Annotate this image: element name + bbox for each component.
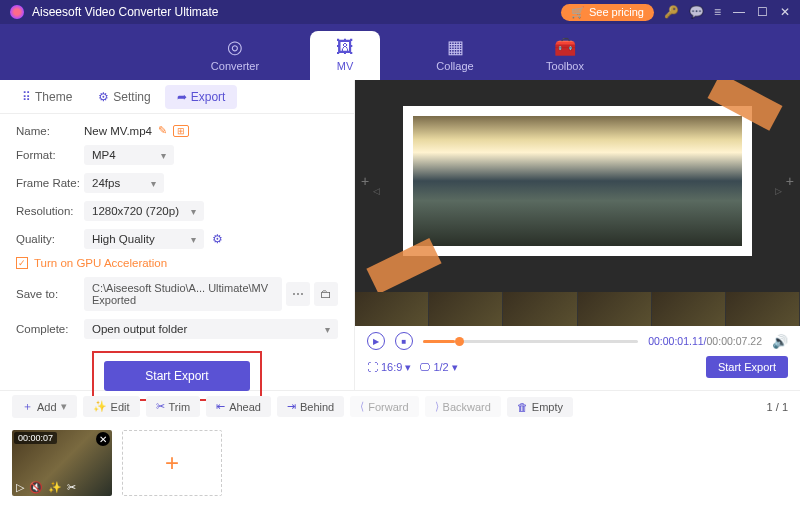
converter-icon: ◎ (200, 36, 270, 58)
name-value: New MV.mp4 (84, 125, 152, 137)
tab-toolbox[interactable]: 🧰Toolbox (530, 30, 600, 80)
wand-icon: ✨ (93, 400, 107, 413)
clip-area: 00:00:07 ✕ ▷ 🔇 ✨ ✂ + (0, 422, 800, 507)
close-button[interactable]: ✕ (780, 5, 790, 19)
timeline-thumb[interactable] (726, 292, 800, 326)
export-panel: ⠿Theme ⚙Setting ➦Export Name: New MV.mp4… (0, 80, 355, 390)
forward-button: ⟨Forward (350, 396, 418, 417)
screen-page-button[interactable]: 🖵1/2▾ (419, 361, 457, 374)
subtab-export[interactable]: ➦Export (165, 85, 238, 109)
minimize-button[interactable]: — (733, 5, 745, 19)
timeline-thumb[interactable] (429, 292, 503, 326)
play-button[interactable]: ▶ (367, 332, 385, 350)
scissors-icon: ✂ (156, 400, 165, 413)
complete-select[interactable]: Open output folder (84, 319, 338, 339)
play-icon[interactable]: ▷ (16, 481, 24, 494)
quality-label: Quality: (16, 233, 84, 245)
menu-icon[interactable]: ≡ (714, 5, 721, 19)
player-controls: ▶ ■ 00:00:01.11/00:00:07.22 🔊 ⛶16:9▾ 🖵1/… (355, 326, 800, 390)
chevron-down-icon: ▾ (61, 400, 67, 413)
maximize-button[interactable]: ☐ (757, 5, 768, 19)
stop-button[interactable]: ■ (395, 332, 413, 350)
start-export-button-small[interactable]: Start Export (706, 356, 788, 378)
add-clip-placeholder[interactable]: + (122, 430, 222, 496)
ahead-button[interactable]: ⇤Ahead (206, 396, 271, 417)
app-title: Aiseesoft Video Converter Ultimate (32, 5, 561, 19)
format-select[interactable]: MP4 (84, 145, 174, 165)
tab-collage[interactable]: ▦Collage (420, 30, 490, 80)
gear-icon: ⚙ (98, 90, 109, 104)
trim-button[interactable]: ✂Trim (146, 396, 201, 417)
photo-frame (403, 106, 752, 256)
subtabs: ⠿Theme ⚙Setting ➦Export (0, 80, 354, 114)
name-label: Name: (16, 125, 84, 137)
forward-icon: ⟨ (360, 400, 364, 413)
mv-icon: 🖼 (310, 37, 380, 58)
behind-button[interactable]: ⇥Behind (277, 396, 344, 417)
complete-label: Complete: (16, 323, 84, 335)
behind-icon: ⇥ (287, 400, 296, 413)
seek-slider[interactable] (423, 340, 638, 343)
resolution-select[interactable]: 1280x720 (720p) (84, 201, 204, 221)
guide-triangle-icon: ◁ (373, 186, 380, 196)
chevron-down-icon: ▾ (405, 361, 411, 374)
more-path-button[interactable]: ⋯ (286, 282, 310, 306)
preview-area: + + + + ◁ ▷ ▶ ■ 00:00:01.11/00:00:07.22 … (355, 80, 800, 390)
timeline-thumb[interactable] (355, 292, 429, 326)
video-viewport: + + + + ◁ ▷ (355, 80, 800, 292)
ahead-icon: ⇤ (216, 400, 225, 413)
empty-button[interactable]: 🗑Empty (507, 397, 573, 417)
top-nav: ◎Converter 🖼MV ▦Collage 🧰Toolbox (0, 24, 800, 80)
toolbox-icon: 🧰 (530, 36, 600, 58)
edit-name-icon[interactable]: ✎ (158, 124, 167, 137)
guide-plus-icon: + (361, 173, 369, 189)
resolution-label: Resolution: (16, 205, 84, 217)
format-label: Format: (16, 149, 84, 161)
remove-clip-button[interactable]: ✕ (96, 432, 110, 446)
edit-button[interactable]: ✨Edit (83, 396, 140, 417)
mute-icon[interactable]: 🔇 (29, 481, 43, 494)
guide-triangle-icon: ▷ (775, 186, 782, 196)
edit-icon[interactable]: ✨ (48, 481, 62, 494)
aspect-ratio-button[interactable]: ⛶16:9▾ (367, 361, 411, 374)
framerate-select[interactable]: 24fps (84, 173, 164, 193)
hd-badge: ⊞ (173, 125, 189, 137)
clip-thumbnail[interactable]: 00:00:07 ✕ ▷ 🔇 ✨ ✂ (12, 430, 112, 496)
saveto-path: C:\Aiseesoft Studio\A... Ultimate\MV Exp… (84, 277, 282, 311)
timeline-thumb[interactable] (652, 292, 726, 326)
quality-settings-icon[interactable]: ⚙ (212, 232, 223, 246)
browse-folder-button[interactable]: 🗀 (314, 282, 338, 306)
app-logo (10, 5, 24, 19)
add-button[interactable]: ＋Add▾ (12, 395, 77, 418)
subtab-setting[interactable]: ⚙Setting (86, 85, 162, 109)
photo-preview (413, 116, 742, 246)
guide-plus-icon: + (786, 173, 794, 189)
framerate-label: Frame Rate: (16, 177, 84, 189)
start-export-button[interactable]: Start Export (104, 361, 250, 391)
chevron-down-icon: ▾ (452, 361, 458, 374)
subtab-theme[interactable]: ⠿Theme (10, 85, 84, 109)
cart-icon: 🛒 (571, 6, 585, 19)
gpu-checkbox[interactable]: ✓Turn on GPU Acceleration (16, 257, 338, 269)
volume-icon[interactable]: 🔊 (772, 334, 788, 349)
trim-icon[interactable]: ✂ (67, 481, 76, 494)
plus-icon: ＋ (22, 399, 33, 414)
titlebar: Aiseesoft Video Converter Ultimate 🛒 See… (0, 0, 800, 24)
timeline-thumb[interactable] (503, 292, 577, 326)
chat-icon[interactable]: 💬 (689, 5, 704, 19)
backward-button: ⟩Backward (425, 396, 501, 417)
tab-mv[interactable]: 🖼MV (310, 31, 380, 80)
see-pricing-button[interactable]: 🛒 See pricing (561, 4, 654, 21)
check-icon: ✓ (16, 257, 28, 269)
page-indicator: 1 / 1 (767, 401, 788, 413)
trash-icon: 🗑 (517, 401, 528, 413)
quality-select[interactable]: High Quality (84, 229, 204, 249)
theme-icon: ⠿ (22, 90, 31, 104)
timeline-strip[interactable] (355, 292, 800, 326)
tab-converter[interactable]: ◎Converter (200, 30, 270, 80)
backward-icon: ⟩ (435, 400, 439, 413)
collage-icon: ▦ (420, 36, 490, 58)
export-icon: ➦ (177, 90, 187, 104)
key-icon[interactable]: 🔑 (664, 5, 679, 19)
timeline-thumb[interactable] (578, 292, 652, 326)
